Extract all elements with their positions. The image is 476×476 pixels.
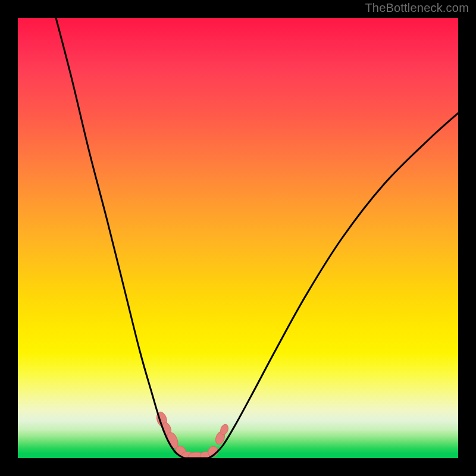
left-curve <box>56 18 184 458</box>
chart-frame: TheBottleneck.com <box>0 0 476 476</box>
right-curve <box>208 113 458 458</box>
curve-overlay <box>18 18 458 458</box>
plot-area <box>18 18 458 458</box>
watermark-text: TheBottleneck.com <box>365 1 469 15</box>
